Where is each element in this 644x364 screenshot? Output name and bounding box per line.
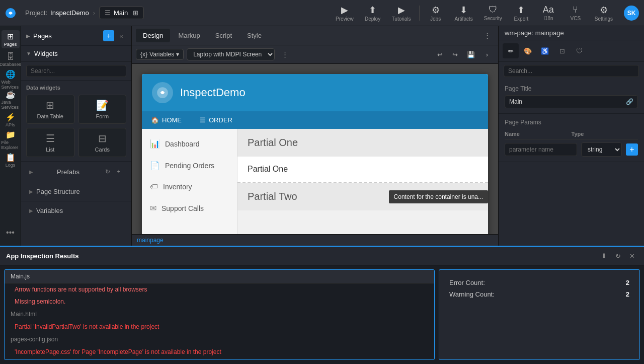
sidebar-item-file-explorer[interactable]: 📁 File Explorer	[2, 131, 20, 149]
widget-list[interactable]: ☰ List	[26, 128, 74, 157]
param-type-select[interactable]: string number boolean date	[581, 142, 622, 157]
bottom-content: Main.js Arrow functions are not supporte…	[0, 265, 644, 364]
page-tab-label: Main	[114, 9, 128, 17]
sidebar-dashboard[interactable]: 📊 Dashboard	[142, 133, 237, 155]
bottom-panel: App Inspection Results ⬇ ↻ ✕ Main.js Arr…	[0, 246, 644, 364]
sidebar-pending-orders[interactable]: 📄 Pending Orders	[142, 155, 237, 176]
error-invalid-partial: Partial 'InvalidPartialTwo' is not avail…	[5, 321, 434, 333]
artifacts-icon: ⬇	[460, 5, 467, 16]
sidebar-support-calls[interactable]: ✉ Support Calls	[142, 197, 237, 219]
export-button[interactable]: ⬆ Export	[508, 2, 534, 24]
right-tab-layout[interactable]: ⊡	[554, 43, 570, 58]
more-options-button[interactable]: ⋮	[480, 29, 494, 43]
canvas-bottom-bar: mainpage	[132, 234, 498, 246]
save-button[interactable]: 💾	[464, 47, 478, 61]
prefabs-item[interactable]: ▶ Prefabs ↻ +	[26, 165, 126, 179]
web-services-icon: 🌐	[6, 69, 16, 79]
pages-section[interactable]: ▶ Pages	[26, 32, 52, 40]
widgets-section-header: ▼ Widgets	[21, 46, 131, 62]
variables-item[interactable]: ▶ Variables	[26, 204, 126, 217]
preview-button[interactable]: ▶ Preview	[331, 2, 359, 24]
widgets-section[interactable]: ▼ Widgets	[26, 50, 58, 57]
collapse-panel-button[interactable]: «	[116, 31, 126, 41]
canvas-more-button[interactable]: ⋮	[278, 47, 292, 61]
error-missing-semicolon: Missing semicolon.	[5, 296, 434, 308]
deploy-button[interactable]: ⬆ Deploy	[360, 2, 386, 24]
page-tab-bottom-label[interactable]: mainpage	[137, 237, 164, 244]
security-icon: 🛡	[489, 5, 498, 15]
right-search-input[interactable]	[504, 65, 639, 77]
prefabs-add-button[interactable]: +	[114, 167, 123, 176]
right-tab-style[interactable]: 🎨	[520, 43, 536, 58]
nav-order[interactable]: ☰ ORDER	[191, 111, 242, 129]
cards-label: Cards	[95, 147, 110, 153]
security-button[interactable]: 🛡 Security	[479, 2, 507, 24]
i18n-button[interactable]: Aa I18n	[535, 2, 561, 24]
jobs-button[interactable]: ⚙ Jobs	[423, 2, 449, 24]
widget-cards[interactable]: ⊟ Cards	[78, 128, 127, 157]
right-tab-accessibility[interactable]: ♿	[537, 43, 553, 58]
sidebar-item-pages[interactable]: ⊞ Pages	[2, 30, 20, 48]
add-param-button[interactable]: +	[626, 143, 638, 156]
tab-markup[interactable]: Markup	[171, 29, 207, 42]
error-incomplete-page-css: 'IncompletePage.css' for Page 'Incomplet…	[5, 346, 434, 358]
refresh-results-button[interactable]: ↻	[612, 250, 624, 262]
widget-search-input[interactable]	[26, 65, 126, 77]
right-tab-security[interactable]: 🛡	[571, 43, 587, 58]
canvas-toolbar: {x} Variables ▾ Laptop with MDPI Screen …	[132, 45, 498, 64]
page-structure-item[interactable]: ▶ Page Structure	[26, 185, 126, 198]
tab-design[interactable]: Design	[136, 29, 170, 42]
canvas-tabs: Design Markup Script Style ⋮	[132, 26, 498, 45]
tab-script[interactable]: Script	[208, 29, 239, 42]
widget-form[interactable]: 📝 Form	[78, 95, 127, 124]
page-title-input[interactable]	[509, 98, 626, 105]
settings-button[interactable]: ⚙ Settings	[590, 2, 618, 24]
variables-toolbar-button[interactable]: {x} Variables ▾	[136, 49, 184, 60]
sidebar-item-java-services[interactable]: ☕ Java Services	[2, 91, 20, 109]
error-arrow-functions: Arrow functions are not supported by all…	[5, 283, 434, 296]
home-nav-label: HOME	[162, 116, 182, 124]
pages-chevron-icon: ▶	[26, 33, 30, 39]
expand-button[interactable]: ›	[480, 47, 494, 61]
java-services-label: Java Services	[2, 100, 20, 110]
home-nav-icon: 🏠	[151, 116, 159, 124]
undo-button[interactable]: ↩	[433, 47, 447, 61]
sidebar-item-web-services[interactable]: 🌐 Web Services	[2, 70, 20, 89]
app-nav: 🏠 HOME ☰ ORDER	[142, 111, 488, 129]
redo-button[interactable]: ↪	[448, 47, 462, 61]
page-tab[interactable]: ☰ Main ⊞	[99, 7, 144, 19]
right-tab-edit[interactable]: ✏	[503, 43, 519, 58]
param-name-input[interactable]	[509, 146, 573, 153]
divider-1	[419, 6, 420, 21]
page-title-input-wrapper: 🔗	[505, 95, 638, 108]
artifacts-button[interactable]: ⬇ Artifacts	[450, 2, 478, 24]
file-mainhtml-header: Main.html	[5, 308, 434, 321]
sidebar-item-logs[interactable]: 📋 Logs	[2, 151, 20, 169]
prefabs-section: ▶ Prefabs ↻ +	[21, 161, 131, 182]
canvas-viewport[interactable]: InspectDemo 🏠 HOME ☰ ORDER	[132, 64, 498, 234]
tab-style[interactable]: Style	[240, 29, 269, 42]
nav-home[interactable]: 🏠 HOME	[142, 111, 191, 129]
param-name-header: Name	[505, 131, 572, 137]
device-select[interactable]: Laptop with MDPI Screen	[187, 48, 275, 60]
download-results-button[interactable]: ⬇	[598, 250, 610, 262]
order-nav-icon: ☰	[200, 116, 206, 124]
inventory-label: Inventory	[163, 183, 192, 191]
widget-data-table[interactable]: ⊞ Data Table	[26, 95, 74, 124]
sidebar-inventory[interactable]: 🏷 Inventory	[142, 176, 237, 197]
tutorials-button[interactable]: ▶ Tutorials	[387, 2, 416, 24]
sidebar-item-databases[interactable]: 🗄 Databases	[2, 50, 20, 68]
close-bottom-panel-button[interactable]: ✕	[626, 250, 638, 262]
apis-icon: ⚡	[6, 112, 16, 122]
avatar[interactable]: SK	[624, 6, 639, 21]
data-table-label: Data Table	[37, 113, 63, 119]
variables-chevron-icon: ▶	[29, 208, 33, 213]
sidebar-item-apis[interactable]: ⚡ APIs	[2, 111, 20, 129]
add-page-button[interactable]: +	[103, 30, 114, 41]
vcs-button[interactable]: ⑂ VCS	[562, 2, 589, 24]
prefabs-refresh-button[interactable]: ↻	[103, 167, 112, 176]
param-table: Name Type string number boolean date +	[505, 129, 638, 157]
sidebar-item-more[interactable]: •••	[2, 224, 20, 242]
widget-search-box	[21, 62, 131, 81]
cards-icon: ⊟	[98, 132, 107, 144]
